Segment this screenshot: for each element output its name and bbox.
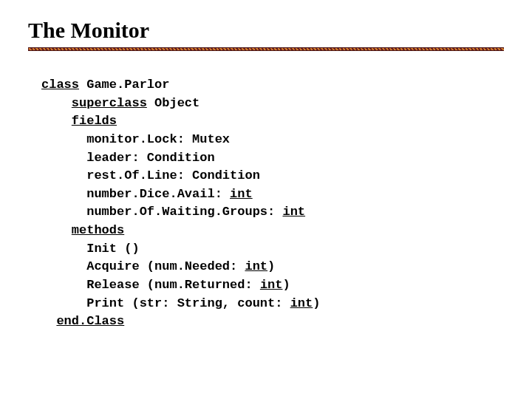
method-print-close: ) [313,296,320,310]
field-leader-type: Condition [147,151,215,165]
field-rest-of-line: rest.Of.Line: [86,168,185,183]
method-release-close: ) [282,278,290,292]
title-divider [28,47,504,51]
field-waiting-groups: number.Of.Waiting.Groups: [86,205,275,219]
kw-fields: fields [72,114,117,128]
method-acquire: Acquire [86,259,139,273]
field-monitor-lock: monitor.Lock: [86,132,185,146]
method-release-open: (num.Returned: [140,278,260,292]
method-release: Release [86,278,139,292]
code-block: class Game.Parlor superclass Object fiel… [28,76,504,331]
slide: The Monitor class Game.Parlor superclass… [0,0,532,331]
field-leader: leader: [86,151,139,165]
page-title: The Monitor [28,18,504,43]
method-acquire-open: (num.Needed: [140,259,245,273]
method-init: Init () [86,242,139,256]
kw-class: class [41,78,79,92]
kw-int: int [290,296,313,310]
kw-endclass: end.Class [56,314,124,328]
field-monitor-lock-type: Mutex [192,132,230,146]
kw-superclass: superclass [72,96,147,110]
field-dice-avail: number.Dice.Avail: [86,187,222,201]
method-acquire-close: ) [267,259,275,273]
kw-int: int [282,205,305,219]
method-print-open: (str: String, count: [124,296,290,310]
superclass-name: Object [154,96,200,110]
field-rest-of-line-type: Condition [192,168,260,183]
kw-int: int [230,187,253,201]
kw-methods: methods [72,223,124,237]
kw-int: int [245,259,267,273]
method-print: Print [86,296,124,310]
class-name: Game.Parlor [86,78,169,92]
kw-int: int [260,278,283,292]
